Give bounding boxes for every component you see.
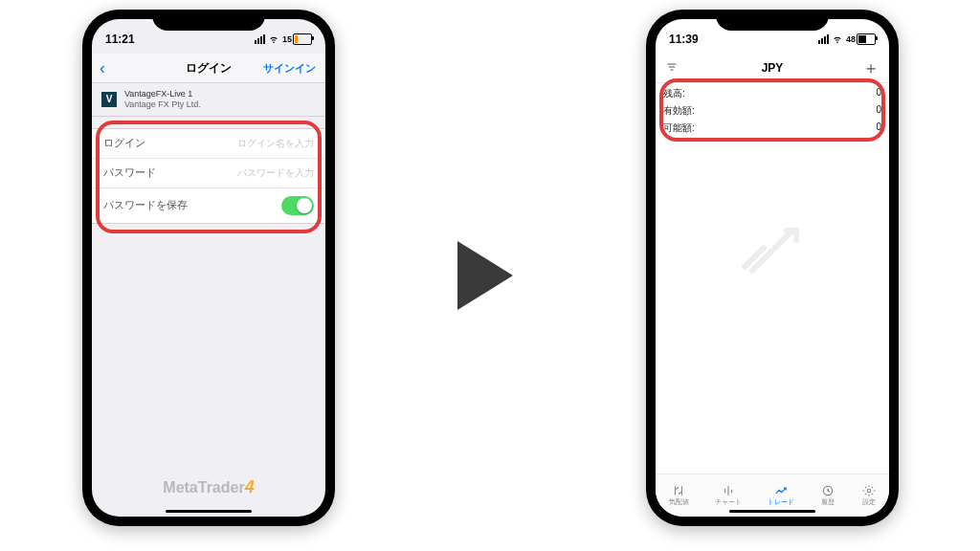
login-placeholder: ログイン名を入力: [237, 137, 314, 150]
freemargin-row: 可能額: 0: [656, 120, 889, 137]
tab-chart[interactable]: チャート: [715, 484, 742, 507]
password-field-row[interactable]: パスワード パスワードを入力: [92, 159, 325, 188]
wifi-icon: [832, 34, 843, 44]
server-company: Vantage FX Pty Ltd.: [124, 99, 201, 110]
phone-trade: 11:39 48 JPY ＋ 残高:: [646, 10, 899, 526]
tab-settings[interactable]: 設定: [861, 484, 877, 507]
tab-trade[interactable]: トレード: [768, 484, 794, 507]
trade-watermark-icon: [739, 219, 806, 276]
save-password-label: パスワードを保存: [103, 199, 188, 212]
home-indicator[interactable]: [729, 510, 815, 513]
add-button[interactable]: ＋: [862, 56, 880, 79]
nav-bar: JPY ＋: [656, 54, 889, 83]
transition-arrow-icon: [452, 237, 519, 314]
equity-row: 有効額: 0: [656, 102, 889, 120]
server-row[interactable]: V VantageFX-Live 1 Vantage FX Pty Ltd.: [92, 83, 325, 117]
home-indicator[interactable]: [166, 510, 252, 513]
nav-bar: ‹ ログイン サインイン: [92, 54, 325, 83]
status-time: 11:21: [105, 33, 135, 46]
signal-icon: [255, 34, 265, 44]
server-text: VantageFX-Live 1 Vantage FX Pty Ltd.: [124, 89, 201, 110]
status-icons: 15: [255, 33, 312, 45]
save-password-row: パスワードを保存: [92, 188, 325, 223]
server-name: VantageFX-Live 1: [124, 89, 201, 99]
signal-icon: [818, 34, 829, 44]
metatrader-watermark: MetaTrader4: [92, 477, 325, 497]
signin-button[interactable]: サインイン: [263, 61, 316, 76]
balance-row: 残高: 0: [656, 85, 889, 102]
password-placeholder: パスワードを入力: [237, 166, 314, 180]
sort-icon[interactable]: [665, 60, 679, 76]
svg-point-2: [867, 489, 871, 493]
screen-login: 11:21 15 ‹ ログイン サインイン V VantageF: [92, 19, 325, 517]
battery-pct: 48: [846, 34, 856, 44]
balance-summary: 残高: 0 有効額: 0 可能額: 0: [656, 83, 889, 137]
nav-title: ログイン: [186, 60, 232, 77]
status-icons: 48: [818, 33, 876, 45]
tab-quotes[interactable]: 気配値: [669, 484, 689, 507]
password-label: パスワード: [103, 166, 156, 180]
server-logo: V: [101, 92, 117, 107]
save-password-toggle[interactable]: [281, 196, 314, 215]
battery-icon: 48: [846, 33, 876, 45]
login-label: ログイン: [103, 137, 145, 150]
back-button[interactable]: ‹: [100, 59, 105, 77]
status-time: 11:39: [669, 33, 699, 46]
notch: [716, 10, 829, 31]
notch: [152, 10, 265, 31]
login-field-row[interactable]: ログイン ログイン名を入力: [92, 129, 325, 159]
nav-title: JPY: [762, 61, 784, 75]
phone-login: 11:21 15 ‹ ログイン サインイン V VantageF: [82, 10, 335, 526]
screen-trade: 11:39 48 JPY ＋ 残高:: [656, 19, 889, 517]
login-form: ログイン ログイン名を入力 パスワード パスワードを入力 パスワードを保存: [92, 128, 325, 224]
wifi-icon: [268, 34, 279, 44]
tab-history[interactable]: 履歴: [820, 484, 835, 507]
svg-marker-0: [457, 241, 513, 310]
battery-icon: 15: [282, 33, 312, 45]
battery-pct: 15: [282, 34, 292, 44]
